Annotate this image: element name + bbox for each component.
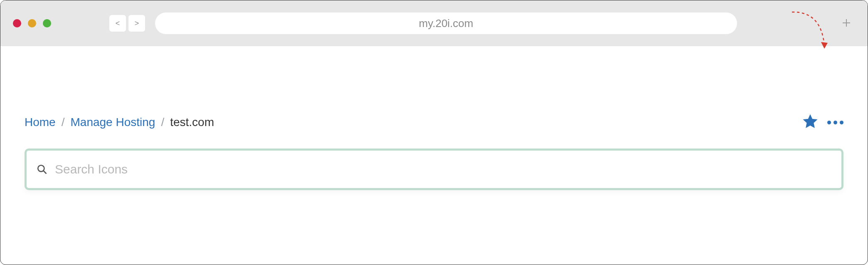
close-window-icon[interactable] bbox=[13, 19, 21, 27]
star-icon bbox=[801, 113, 819, 130]
url-bar[interactable]: my.20i.com bbox=[155, 12, 737, 34]
breadcrumb-manage-hosting[interactable]: Manage Hosting bbox=[70, 116, 155, 129]
svg-line-4 bbox=[44, 171, 46, 173]
search-input[interactable] bbox=[55, 162, 831, 176]
more-icon bbox=[840, 121, 843, 124]
breadcrumb-current: test.com bbox=[170, 116, 214, 129]
more-icon bbox=[833, 121, 837, 124]
search-box[interactable] bbox=[25, 149, 843, 190]
more-icon bbox=[827, 121, 831, 124]
minimize-window-icon[interactable] bbox=[28, 19, 36, 27]
breadcrumb-separator: / bbox=[62, 116, 65, 129]
more-options-button[interactable] bbox=[827, 121, 843, 124]
browser-chrome: < > my.20i.com bbox=[0, 0, 868, 46]
favorite-button[interactable] bbox=[801, 113, 819, 132]
maximize-window-icon[interactable] bbox=[43, 19, 51, 27]
breadcrumb: Home / Manage Hosting / test.com bbox=[25, 116, 214, 129]
plus-icon bbox=[842, 18, 851, 27]
page-actions bbox=[801, 113, 843, 132]
traffic-lights bbox=[13, 19, 51, 27]
nav-buttons: < > bbox=[109, 15, 145, 32]
browser-window: < > my.20i.com Home / Manage Hosting / bbox=[0, 0, 868, 265]
breadcrumb-separator: / bbox=[161, 116, 164, 129]
breadcrumb-home[interactable]: Home bbox=[25, 116, 56, 129]
nav-forward-button[interactable]: > bbox=[128, 15, 145, 32]
nav-back-button[interactable]: < bbox=[109, 15, 126, 32]
new-tab-button[interactable] bbox=[842, 16, 851, 30]
breadcrumb-row: Home / Manage Hosting / test.com bbox=[25, 113, 843, 132]
page-content: Home / Manage Hosting / test.com bbox=[0, 46, 868, 190]
search-icon bbox=[37, 164, 47, 175]
